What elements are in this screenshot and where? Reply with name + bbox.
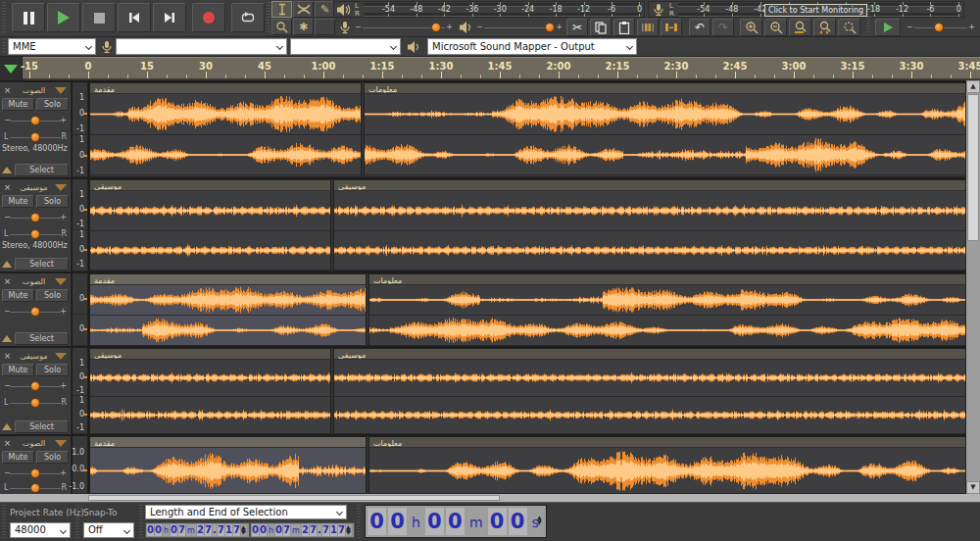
pan-slider[interactable]: L R	[2, 479, 69, 493]
clip-header[interactable]: معلومات	[365, 83, 965, 94]
clip-header[interactable]: مقدمة	[90, 83, 361, 94]
track-close-button[interactable]: ×	[2, 351, 13, 361]
monitoring-tooltip[interactable]: Click to Start Monitoring	[764, 4, 867, 17]
collapse-icon[interactable]	[2, 261, 12, 268]
toolbar-grip[interactable]	[2, 505, 6, 539]
vertical-scale[interactable]: 1 0 -1 1 0 -1	[73, 348, 88, 434]
zoom-tool-button[interactable]	[271, 19, 292, 35]
toolbar-grip[interactable]	[75, 505, 79, 539]
audio-clip-selected[interactable]: مقدمة	[89, 273, 367, 346]
track-menu-dropdown-icon[interactable]	[55, 184, 67, 191]
solo-button[interactable]: Solo	[36, 195, 69, 208]
track-menu-dropdown-icon[interactable]	[55, 278, 67, 285]
play-speed-slider[interactable]: − +	[906, 20, 975, 35]
toolbar-grip[interactable]	[357, 505, 361, 539]
fit-project-button[interactable]	[813, 19, 836, 36]
vertical-scale[interactable]: 1.0 0.0 -1.0	[73, 436, 88, 494]
selection-length-spinner[interactable]: ▲▼	[241, 524, 246, 534]
undo-button[interactable]: ↶	[689, 19, 710, 36]
multi-tool-button[interactable]: ✱	[293, 19, 314, 35]
audio-clip[interactable]: معلومات	[364, 82, 966, 177]
mute-button[interactable]: Mute	[2, 98, 34, 111]
pan-knob[interactable]	[30, 398, 40, 408]
recording-device-dropdown[interactable]	[116, 38, 287, 55]
selection-mode-dropdown[interactable]: Length and End of Selection	[145, 505, 347, 519]
track-menu-dropdown-icon[interactable]	[55, 87, 67, 94]
audio-clip[interactable]: موسيقى	[333, 348, 966, 434]
timeline-ruler-scale[interactable]: -1501530451:001:151:301:452:002:152:302:…	[23, 57, 980, 80]
select-button[interactable]: Select	[15, 332, 69, 345]
playback-volume-knob[interactable]	[545, 23, 555, 32]
silence-audio-button[interactable]	[661, 19, 682, 36]
vertical-scroll-thumb[interactable]	[967, 94, 979, 241]
trim-audio-button[interactable]	[637, 19, 659, 36]
record-button[interactable]	[192, 3, 225, 32]
solo-button[interactable]: Solo	[36, 364, 69, 376]
selection-length-field[interactable]: 00h07m27.717s	[145, 522, 250, 538]
scroll-down-button[interactable]: ▼	[966, 481, 980, 494]
vertical-scale[interactable]: 0 0	[73, 273, 88, 346]
mute-button[interactable]: Mute	[2, 364, 34, 376]
collapse-icon[interactable]	[2, 167, 12, 173]
copy-button[interactable]	[590, 19, 612, 36]
recording-channels-dropdown[interactable]	[290, 38, 401, 55]
track-name[interactable]: الصوت	[13, 86, 55, 95]
redo-button[interactable]: ↷	[712, 19, 734, 36]
gain-knob[interactable]	[30, 307, 40, 317]
track-name[interactable]: الصوت	[13, 439, 55, 448]
selection-end-spinner[interactable]: ▲▼	[346, 524, 351, 534]
audio-clip[interactable]: موسيقى	[89, 348, 331, 434]
snap-to-dropdown[interactable]: Off	[83, 522, 134, 538]
audio-clip[interactable]: موسيقى	[333, 179, 966, 271]
audio-host-dropdown[interactable]: MME	[8, 38, 96, 55]
track-close-button[interactable]: ×	[2, 276, 13, 286]
pan-slider[interactable]: L R	[2, 225, 69, 241]
track-close-button[interactable]: ×	[2, 85, 13, 95]
playback-volume-slider[interactable]: − +	[476, 20, 563, 35]
audio-position-display[interactable]: 00h00m00s	[365, 505, 547, 538]
gain-slider[interactable]: − +	[2, 465, 69, 478]
clip-header[interactable]: مقدمة	[90, 274, 366, 285]
loop-button[interactable]	[231, 3, 265, 32]
horizontal-scroll-thumb[interactable]	[88, 495, 500, 501]
skip-to-start-button[interactable]	[118, 3, 151, 32]
gain-slider[interactable]: − +	[2, 112, 69, 127]
select-button[interactable]: Select	[15, 164, 69, 176]
play-at-speed-button[interactable]	[875, 19, 901, 36]
scroll-up-button[interactable]: ▲	[966, 80, 980, 93]
pan-knob[interactable]	[30, 483, 40, 493]
recording-meter[interactable]: LR -54-48-42-36-30-24-18-12-60 Click to …	[648, 1, 964, 18]
pan-slider[interactable]: L R	[2, 394, 69, 410]
fit-selection-button[interactable]	[789, 19, 811, 36]
mute-button[interactable]: Mute	[2, 289, 34, 302]
selection-end-field[interactable]: 00h07m27.717s	[250, 522, 355, 538]
clip-header[interactable]: مقدمة	[90, 437, 366, 448]
zoom-out-button[interactable]	[764, 19, 787, 36]
envelope-tool-button[interactable]	[293, 1, 314, 18]
gain-slider[interactable]: − +	[2, 209, 69, 224]
audio-clip-selected[interactable]: مقدمة	[89, 436, 367, 494]
toolbar-grip[interactable]	[2, 39, 6, 54]
recording-volume-slider[interactable]: − +	[355, 20, 453, 35]
vertical-scale[interactable]: 1 0 -1 1 0 -1	[73, 179, 88, 271]
track-menu-dropdown-icon[interactable]	[55, 353, 67, 360]
vertical-scrollbar[interactable]: ▲ ▼	[966, 80, 980, 494]
paste-button[interactable]	[613, 19, 635, 36]
play-button[interactable]	[47, 3, 80, 32]
clip-header[interactable]: موسيقى	[90, 180, 330, 191]
collapse-icon[interactable]	[2, 423, 12, 430]
audio-clip[interactable]: معلومات	[368, 273, 966, 346]
gain-knob[interactable]	[30, 468, 40, 478]
horizontal-scrollbar[interactable]	[0, 494, 980, 502]
track-close-button[interactable]: ×	[2, 438, 13, 448]
gain-knob[interactable]	[30, 213, 40, 222]
audio-clip[interactable]: موسيقى	[89, 179, 331, 271]
solo-button[interactable]: Solo	[36, 98, 69, 111]
play-speed-knob[interactable]	[934, 23, 944, 32]
clip-header[interactable]: موسيقى	[90, 349, 330, 360]
clip-header[interactable]: معلومات	[369, 274, 965, 285]
draw-tool-button[interactable]: ✎	[315, 1, 335, 18]
track-name[interactable]: موسيقى	[13, 183, 55, 192]
pause-button[interactable]	[12, 3, 45, 32]
select-button[interactable]: Select	[15, 258, 69, 270]
